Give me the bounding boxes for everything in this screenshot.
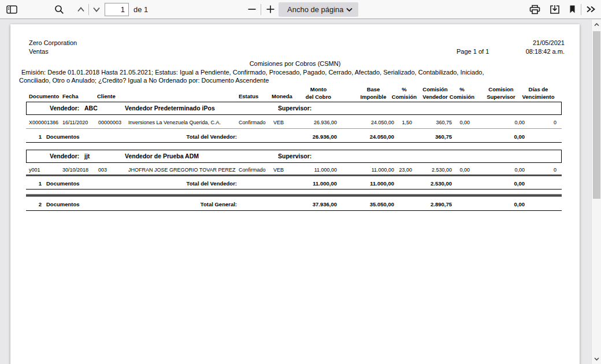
vendor-group-header: Vendedor: ABC Vendedor Predeterminado iP…: [26, 102, 562, 115]
cell-documento: y001: [29, 167, 40, 173]
cell-cliente-codigo: 00000003: [98, 120, 121, 125]
bookmark-icon: [569, 5, 576, 14]
grand-total-comision-supervisor: 0,00: [484, 201, 525, 207]
vendedor-label: Vendedor:: [50, 150, 79, 162]
cell-pct-comision-supervisor: 0,00: [441, 120, 470, 125]
header-moneda: Moneda: [272, 93, 292, 99]
cell-estatus: Confirmado: [239, 120, 266, 125]
row-divider: [26, 174, 562, 176]
header-pct-comision-supervisor: %Comisión: [446, 86, 478, 101]
toolbar-separator: [88, 4, 89, 15]
total-doc-count: 1: [28, 180, 42, 187]
header-monto-cobro: Montodel Cobro: [292, 86, 344, 101]
zoom-out-button[interactable]: [244, 0, 259, 18]
print-button[interactable]: [526, 0, 543, 18]
previous-page-button[interactable]: [74, 0, 88, 18]
row-divider: [26, 128, 562, 129]
zoom-level-select[interactable]: Ancho de página: [279, 2, 358, 17]
grand-total-row: 2 Documentos Total General: 37.936,00 35…: [10, 201, 580, 208]
cell-fecha: 30/10/2018: [62, 167, 88, 173]
header-dias-vencimiento: Días deVencimiento: [511, 86, 566, 101]
download-icon: [550, 5, 560, 14]
search-button[interactable]: [51, 0, 67, 18]
total-divider: [26, 142, 562, 143]
table-row: y001 30/10/2018 003 JHOFRAN JOSE GREGORI…: [10, 167, 580, 174]
total-label: Total del Vendedor:: [149, 133, 237, 140]
page-number-input[interactable]: [105, 3, 129, 16]
cell-moneda: VEB: [273, 120, 284, 125]
vendedor-nombre: Vendedor Predeterminado iPos: [125, 102, 215, 114]
toolbar-separator: [581, 4, 581, 15]
scrollbar-thumb[interactable]: [593, 31, 600, 199]
more-tools-button[interactable]: [583, 0, 599, 18]
table-row: X000001386 16/11/2020 00000003 Inversion…: [10, 120, 580, 127]
minus-icon: [248, 5, 256, 13]
sidebar-toggle-icon: [6, 5, 17, 14]
sidebar-toggle-button[interactable]: [3, 0, 20, 18]
cell-cliente-codigo: 003: [98, 167, 107, 173]
total-comision-supervisor: 0,00: [484, 180, 525, 187]
vendor-group-header: Vendedor: jjt Vendedor de Prueba ADM Sup…: [26, 150, 562, 163]
total-label: Total del Vendedor:: [149, 180, 237, 187]
total-docs-label: Documentos: [46, 133, 80, 140]
page-indicator: Page 1 of 1: [457, 48, 489, 55]
vertical-scrollbar[interactable]: [591, 20, 601, 364]
total-comision-supervisor: 0,00: [484, 133, 525, 140]
cell-pct-comision-vendedor: 23,00: [383, 167, 412, 173]
next-page-button[interactable]: [90, 0, 103, 18]
arrow-up-icon: [76, 5, 86, 14]
total-monto-cobro: 11.000,00: [285, 180, 337, 187]
cell-comision-supervisor: 0,00: [484, 167, 525, 173]
page-count-label: de 1: [133, 5, 148, 14]
report-title: Comisiones por Cobros (CSMN): [10, 60, 580, 67]
cell-pct-comision-vendedor: 1,50: [383, 120, 412, 125]
total-doc-count: 1: [28, 133, 42, 140]
scroll-down-button[interactable]: [592, 354, 601, 364]
total-monto-cobro: 26.936,00: [285, 133, 337, 140]
cell-pct-comision-supervisor: 0,00: [441, 167, 470, 173]
print-icon: [529, 5, 540, 14]
total-base-imponible: 24.050,00: [342, 133, 394, 140]
header-fecha: Fecha: [62, 93, 78, 99]
search-icon: [54, 5, 64, 14]
total-docs-label: Documentos: [46, 180, 80, 187]
filter-line-2: Conciliado, Otro o Anulado; ¿Credito? Ig…: [19, 77, 269, 84]
total-base-imponible: 11.000,00: [342, 180, 394, 187]
cell-estatus: Confirmado: [239, 167, 266, 173]
cell-monto-cobro: 11.000,00: [285, 167, 337, 173]
grand-total-base-imponible: 35.050,00: [342, 201, 394, 207]
total-comision-vendedor: 2.530,00: [411, 180, 452, 187]
supervisor-label: Supervisor:: [278, 102, 311, 114]
filter-line-1: Emisión: Desde 01.01.2018 Hasta 21.05.20…: [21, 69, 484, 76]
grand-total-monto-cobro: 37.936,00: [285, 201, 337, 207]
zoom-level-value: Ancho de página: [279, 5, 346, 14]
report-date: 21/05/2021: [533, 39, 565, 46]
grand-total-docs-label: Documentos: [46, 201, 80, 207]
toolbar-separator: [261, 4, 261, 15]
current-view-button[interactable]: [565, 0, 579, 18]
header-estatus: Estatus: [239, 93, 258, 99]
report-end-divider: [26, 210, 562, 211]
plus-icon: [266, 5, 274, 13]
grand-total-label: Total General:: [149, 201, 237, 207]
zoom-in-button[interactable]: [263, 0, 278, 18]
cell-cliente-nombre: Inversiones La Venezuela Querida, C.A.: [128, 120, 221, 125]
cell-dias-vencimiento: 0: [528, 120, 557, 125]
cell-fecha: 16/11/2020: [62, 120, 88, 125]
company-name: Zero Corporation: [29, 39, 77, 46]
arrow-down-icon: [92, 5, 101, 14]
save-button[interactable]: [547, 0, 563, 18]
cell-moneda: VEB: [273, 167, 284, 173]
scroll-down-icon: [593, 356, 600, 362]
vendedor-codigo: jjt: [84, 150, 90, 162]
scroll-up-icon: [593, 22, 600, 27]
vendedor-nombre: Vendedor de Prueba ADM: [125, 150, 199, 162]
chevron-down-icon: [346, 8, 353, 12]
total-divider: [26, 189, 562, 190]
total-comision-vendedor: 360,75: [411, 133, 452, 140]
grand-total-divider: [26, 194, 562, 196]
vendor-total-row: 1 Documentos Total del Vendedor: 26.936,…: [10, 133, 580, 140]
report-time: 08:18:42 a.m.: [526, 48, 565, 55]
scroll-up-button[interactable]: [592, 20, 601, 29]
pdf-page: Zero Corporation Ventas 21/05/2021 Page …: [10, 24, 580, 364]
